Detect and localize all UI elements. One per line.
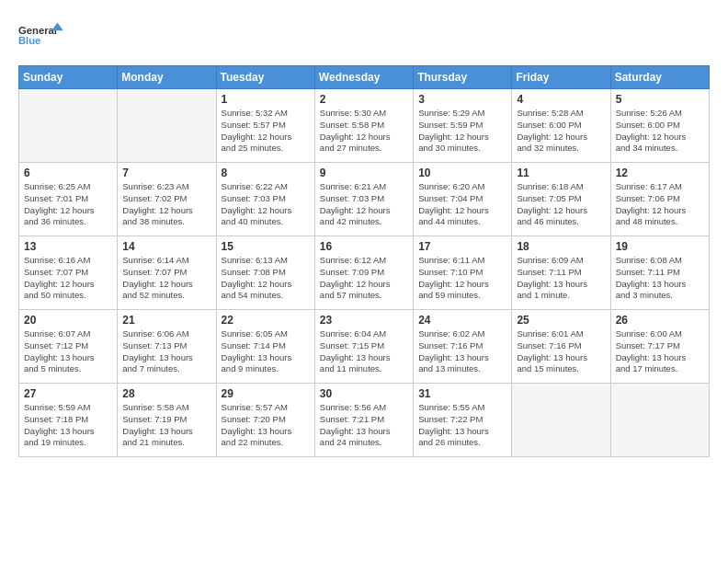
day-number: 9 — [320, 167, 408, 179]
cell-content: Sunrise: 5:32 AM Sunset: 5:57 PM Dayligh… — [222, 108, 310, 155]
week-row-3: 13Sunrise: 6:16 AM Sunset: 7:07 PM Dayli… — [19, 236, 710, 310]
cell-content: Sunrise: 5:30 AM Sunset: 5:58 PM Dayligh… — [320, 108, 408, 155]
calendar-cell: 8Sunrise: 6:22 AM Sunset: 7:03 PM Daylig… — [216, 163, 314, 236]
day-number: 19 — [616, 240, 704, 253]
calendar-cell: 18Sunrise: 6:09 AM Sunset: 7:11 PM Dayli… — [512, 236, 610, 310]
cell-content: Sunrise: 6:04 AM Sunset: 7:15 PM Dayligh… — [320, 328, 408, 375]
cell-content: Sunrise: 6:11 AM Sunset: 7:10 PM Dayligh… — [418, 255, 506, 302]
cell-content: Sunrise: 6:07 AM Sunset: 7:12 PM Dayligh… — [24, 328, 112, 375]
svg-text:General: General — [18, 25, 57, 36]
cell-content: Sunrise: 6:20 AM Sunset: 7:04 PM Dayligh… — [418, 181, 506, 228]
calendar-cell: 10Sunrise: 6:20 AM Sunset: 7:04 PM Dayli… — [414, 163, 512, 236]
calendar-cell: 29Sunrise: 5:57 AM Sunset: 7:20 PM Dayli… — [216, 384, 314, 457]
calendar-cell: 7Sunrise: 6:23 AM Sunset: 7:02 PM Daylig… — [118, 163, 216, 236]
day-number: 10 — [418, 167, 506, 179]
cell-content: Sunrise: 6:09 AM Sunset: 7:11 PM Dayligh… — [517, 255, 605, 302]
cell-content: Sunrise: 6:06 AM Sunset: 7:13 PM Dayligh… — [122, 328, 210, 375]
cell-content: Sunrise: 5:55 AM Sunset: 7:22 PM Dayligh… — [418, 402, 506, 449]
header-monday: Monday — [118, 66, 216, 89]
calendar-cell: 26Sunrise: 6:00 AM Sunset: 7:17 PM Dayli… — [610, 310, 709, 384]
calendar-header-row: SundayMondayTuesdayWednesdayThursdayFrid… — [19, 66, 710, 89]
calendar-cell — [118, 89, 216, 163]
cell-content: Sunrise: 6:01 AM Sunset: 7:16 PM Dayligh… — [517, 328, 605, 375]
day-number: 15 — [222, 240, 310, 253]
calendar-cell — [19, 89, 118, 163]
day-number: 21 — [122, 314, 210, 327]
cell-content: Sunrise: 6:08 AM Sunset: 7:11 PM Dayligh… — [616, 255, 704, 302]
calendar-cell: 9Sunrise: 6:21 AM Sunset: 7:03 PM Daylig… — [314, 163, 413, 236]
calendar-cell: 14Sunrise: 6:14 AM Sunset: 7:07 PM Dayli… — [118, 236, 216, 310]
day-number: 16 — [320, 240, 408, 253]
day-number: 20 — [24, 314, 112, 327]
cell-content: Sunrise: 5:29 AM Sunset: 5:59 PM Dayligh… — [418, 108, 506, 155]
day-number: 2 — [320, 93, 408, 106]
day-number: 25 — [517, 314, 605, 327]
day-number: 27 — [24, 387, 112, 400]
calendar-cell: 4Sunrise: 5:28 AM Sunset: 6:00 PM Daylig… — [512, 89, 610, 163]
calendar-cell: 19Sunrise: 6:08 AM Sunset: 7:11 PM Dayli… — [610, 236, 709, 310]
calendar-cell: 12Sunrise: 6:17 AM Sunset: 7:06 PM Dayli… — [610, 163, 709, 236]
header-thursday: Thursday — [414, 66, 512, 89]
calendar-cell: 23Sunrise: 6:04 AM Sunset: 7:15 PM Dayli… — [314, 310, 413, 384]
cell-content: Sunrise: 5:56 AM Sunset: 7:21 PM Dayligh… — [320, 402, 408, 449]
calendar-cell: 27Sunrise: 5:59 AM Sunset: 7:18 PM Dayli… — [19, 384, 118, 457]
cell-content: Sunrise: 5:58 AM Sunset: 7:19 PM Dayligh… — [122, 402, 210, 449]
cell-content: Sunrise: 6:12 AM Sunset: 7:09 PM Dayligh… — [320, 255, 408, 302]
cell-content: Sunrise: 5:59 AM Sunset: 7:18 PM Dayligh… — [24, 402, 112, 449]
week-row-2: 6Sunrise: 6:25 AM Sunset: 7:01 PM Daylig… — [19, 163, 710, 236]
calendar-cell: 11Sunrise: 6:18 AM Sunset: 7:05 PM Dayli… — [512, 163, 610, 236]
day-number: 26 — [616, 314, 704, 327]
day-number: 8 — [222, 167, 310, 179]
day-number: 11 — [517, 167, 605, 179]
day-number: 31 — [418, 387, 506, 400]
day-number: 23 — [320, 314, 408, 327]
cell-content: Sunrise: 6:00 AM Sunset: 7:17 PM Dayligh… — [616, 328, 704, 375]
calendar-cell: 17Sunrise: 6:11 AM Sunset: 7:10 PM Dayli… — [414, 236, 512, 310]
week-row-1: 1Sunrise: 5:32 AM Sunset: 5:57 PM Daylig… — [19, 89, 710, 163]
day-number: 1 — [222, 93, 310, 106]
header-friday: Friday — [512, 66, 610, 89]
logo: General Blue — [18, 15, 64, 56]
calendar-cell — [610, 384, 709, 457]
day-number: 3 — [418, 93, 506, 106]
cell-content: Sunrise: 6:13 AM Sunset: 7:08 PM Dayligh… — [222, 255, 310, 302]
calendar-cell: 2Sunrise: 5:30 AM Sunset: 5:58 PM Daylig… — [314, 89, 413, 163]
calendar-cell: 6Sunrise: 6:25 AM Sunset: 7:01 PM Daylig… — [19, 163, 118, 236]
day-number: 24 — [418, 314, 506, 327]
day-number: 17 — [418, 240, 506, 253]
cell-content: Sunrise: 6:18 AM Sunset: 7:05 PM Dayligh… — [517, 181, 605, 228]
calendar-cell: 13Sunrise: 6:16 AM Sunset: 7:07 PM Dayli… — [19, 236, 118, 310]
calendar-cell: 30Sunrise: 5:56 AM Sunset: 7:21 PM Dayli… — [314, 384, 413, 457]
calendar-cell: 24Sunrise: 6:02 AM Sunset: 7:16 PM Dayli… — [414, 310, 512, 384]
calendar-cell: 15Sunrise: 6:13 AM Sunset: 7:08 PM Dayli… — [216, 236, 314, 310]
day-number: 5 — [616, 93, 704, 106]
day-number: 30 — [320, 387, 408, 400]
cell-content: Sunrise: 6:22 AM Sunset: 7:03 PM Dayligh… — [222, 181, 310, 228]
header-sunday: Sunday — [19, 66, 118, 89]
cell-content: Sunrise: 6:14 AM Sunset: 7:07 PM Dayligh… — [122, 255, 210, 302]
week-row-5: 27Sunrise: 5:59 AM Sunset: 7:18 PM Dayli… — [19, 384, 710, 457]
cell-content: Sunrise: 6:17 AM Sunset: 7:06 PM Dayligh… — [616, 181, 704, 228]
cell-content: Sunrise: 5:28 AM Sunset: 6:00 PM Dayligh… — [517, 108, 605, 155]
calendar-cell: 16Sunrise: 6:12 AM Sunset: 7:09 PM Dayli… — [314, 236, 413, 310]
cell-content: Sunrise: 6:16 AM Sunset: 7:07 PM Dayligh… — [24, 255, 112, 302]
day-number: 4 — [517, 93, 605, 106]
header-wednesday: Wednesday — [314, 66, 413, 89]
calendar-cell: 1Sunrise: 5:32 AM Sunset: 5:57 PM Daylig… — [216, 89, 314, 163]
calendar-cell: 22Sunrise: 6:05 AM Sunset: 7:14 PM Dayli… — [216, 310, 314, 384]
logo-svg: General Blue — [18, 15, 64, 56]
day-number: 7 — [122, 167, 210, 179]
week-row-4: 20Sunrise: 6:07 AM Sunset: 7:12 PM Dayli… — [19, 310, 710, 384]
calendar-cell: 25Sunrise: 6:01 AM Sunset: 7:16 PM Dayli… — [512, 310, 610, 384]
svg-text:Blue: Blue — [18, 35, 40, 46]
day-number: 14 — [122, 240, 210, 253]
cell-content: Sunrise: 6:25 AM Sunset: 7:01 PM Dayligh… — [24, 181, 112, 228]
day-number: 18 — [517, 240, 605, 253]
calendar-cell: 3Sunrise: 5:29 AM Sunset: 5:59 PM Daylig… — [414, 89, 512, 163]
cell-content: Sunrise: 6:02 AM Sunset: 7:16 PM Dayligh… — [418, 328, 506, 375]
calendar-cell: 5Sunrise: 5:26 AM Sunset: 6:00 PM Daylig… — [610, 89, 709, 163]
day-number: 28 — [122, 387, 210, 400]
calendar-cell: 20Sunrise: 6:07 AM Sunset: 7:12 PM Dayli… — [19, 310, 118, 384]
day-number: 13 — [24, 240, 112, 253]
day-number: 22 — [222, 314, 310, 327]
